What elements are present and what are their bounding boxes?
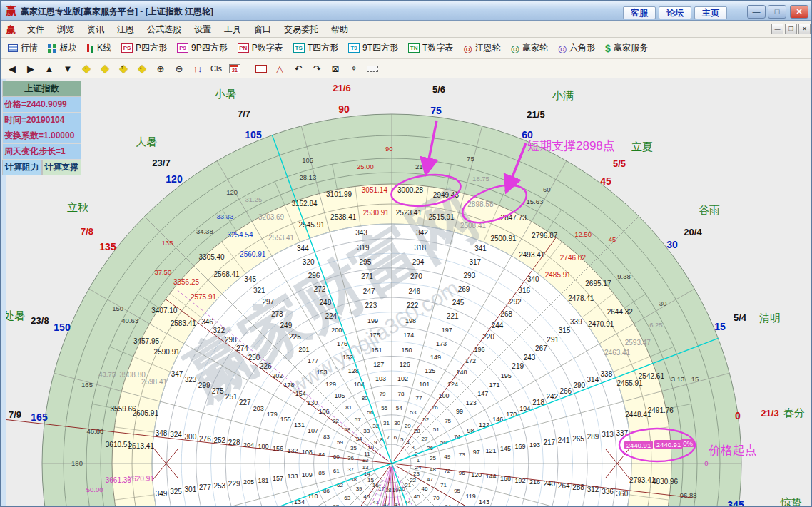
nav-right-icon[interactable]: ▶ — [25, 63, 36, 74]
svg-text:126: 126 — [400, 361, 410, 368]
svg-text:25: 25 — [430, 455, 436, 461]
svg-text:103: 103 — [375, 375, 386, 382]
menu-item-工具[interactable]: 工具 — [218, 21, 248, 38]
svg-text:2644.32: 2644.32 — [607, 308, 634, 316]
svg-text:25.00: 25.00 — [357, 163, 374, 170]
svg-text:146: 146 — [492, 416, 503, 423]
triangle-tool-icon[interactable]: △ — [274, 63, 285, 74]
toolbar-button-江恩轮[interactable]: ◎江恩轮 — [463, 42, 500, 54]
target-icon[interactable]: ⌖ — [348, 63, 360, 74]
menu-item-交易委托[interactable]: 交易委托 — [278, 21, 325, 38]
customer-service-button[interactable]: 客服 — [623, 6, 656, 19]
mdi-close-button[interactable]: ✕ — [798, 24, 811, 34]
svg-text:6.25: 6.25 — [649, 321, 663, 329]
svg-text:2553.41: 2553.41 — [268, 234, 295, 242]
svg-text:176: 176 — [337, 340, 347, 347]
svg-text:289: 289 — [587, 433, 599, 441]
calc-support-button[interactable]: 计算支撑 — [42, 160, 82, 175]
mdi-minimize-button[interactable]: — — [771, 24, 783, 34]
close-button[interactable]: ✕ — [790, 5, 808, 19]
forum-button[interactable]: 论坛 — [659, 6, 691, 19]
toolbar-button-赢家服务[interactable]: $赢家服务 — [605, 42, 648, 54]
app-logo-icon: 赢 — [6, 4, 16, 18]
svg-text:54: 54 — [396, 405, 402, 411]
nav-down-icon[interactable]: ▼ — [62, 63, 73, 74]
svg-text:73: 73 — [459, 451, 465, 458]
toolbar-button-9T四方形[interactable]: T99T四方形 — [348, 42, 398, 54]
step-right-icon[interactable]: ◆→ — [99, 62, 111, 75]
panel-rows: 价格=2440.9099时间=20190104变换系数=1.00000周天变化步… — [2, 97, 81, 160]
menu-item-文件[interactable]: 文件 — [21, 21, 51, 38]
flip-vertical-icon[interactable]: ↑↓ — [192, 63, 203, 74]
toolbar-button-行情[interactable]: 行情 — [8, 42, 38, 54]
mdi-restore-button[interactable]: ❐ — [785, 24, 797, 34]
svg-text:35: 35 — [350, 445, 357, 451]
svg-text:342: 342 — [416, 229, 428, 237]
svg-text:清明: 清明 — [759, 312, 781, 324]
menu-item-江恩[interactable]: 江恩 — [111, 21, 141, 38]
calc-resistance-button[interactable]: 计算阻力 — [2, 160, 42, 175]
svg-text:121: 121 — [486, 447, 497, 454]
svg-text:3101.99: 3101.99 — [326, 190, 352, 198]
minimize-button[interactable]: — — [747, 5, 766, 19]
screen-tool-icon[interactable] — [367, 66, 378, 72]
svg-text:45: 45 — [414, 493, 420, 500]
zoom-in-icon[interactable]: ⊕ — [155, 63, 166, 74]
svg-text:9.38: 9.38 — [617, 272, 631, 280]
toolbar-button-P数字表[interactable]: PNP数字表 — [238, 42, 283, 54]
calendar-icon[interactable]: 21 — [229, 64, 240, 73]
toolbar-button-赢家轮[interactable]: ◎赢家轮 — [511, 42, 548, 54]
box-x-icon[interactable]: ⊠ — [330, 63, 341, 74]
svg-text:124: 124 — [447, 381, 458, 388]
homepage-button[interactable]: 主页 — [694, 6, 727, 19]
svg-text:2746.02: 2746.02 — [560, 254, 587, 262]
svg-text:11: 11 — [364, 451, 370, 457]
step-up-icon[interactable]: ◆↑ — [118, 62, 129, 75]
rotate-cw-icon[interactable]: ↷ — [311, 63, 323, 74]
menu-item-帮助[interactable]: 帮助 — [325, 21, 355, 38]
svg-text:谷雨: 谷雨 — [699, 204, 720, 216]
svg-text:123: 123 — [466, 399, 477, 406]
gann-wheel-svg[interactable]: 赢家财富网www.yingjia360.com12345678910111213… — [1, 79, 812, 507]
svg-text:7/7: 7/7 — [238, 108, 250, 119]
toolbar-button-板块[interactable]: 板块 — [48, 42, 77, 54]
svg-text:2500.91: 2500.91 — [490, 235, 517, 242]
svg-text:154: 154 — [295, 390, 306, 397]
cls-button[interactable]: Cls — [210, 64, 222, 73]
svg-text:90: 90 — [385, 145, 393, 153]
toolbar-button-P四方形[interactable]: PSP四方形 — [121, 42, 167, 54]
zoom-out-icon[interactable]: ⊖ — [173, 63, 185, 74]
menu-item-浏览[interactable]: 浏览 — [51, 21, 81, 38]
svg-text:95: 95 — [454, 488, 460, 494]
svg-text:2440.91: 2440.91 — [626, 441, 651, 449]
maximize-button[interactable]: □ — [768, 5, 786, 19]
svg-text:267: 267 — [535, 344, 547, 352]
rect-tool-icon[interactable] — [255, 65, 267, 73]
step-down-icon[interactable]: ◆↓ — [136, 62, 148, 75]
menu-item-窗口[interactable]: 窗口 — [248, 21, 278, 38]
svg-text:270: 270 — [410, 272, 422, 280]
svg-text:27: 27 — [421, 436, 427, 442]
nav-up-icon[interactable]: ▲ — [44, 63, 55, 74]
support-note: 短期支撑2898点 — [527, 139, 615, 153]
nav-left-icon[interactable]: ◀ — [6, 63, 18, 74]
toolbar-button-六角形[interactable]: ◎六角形 — [558, 42, 595, 54]
menu-item-公式选股[interactable]: 公式选股 — [141, 21, 188, 38]
svg-text:347: 347 — [171, 370, 183, 378]
svg-text:169: 169 — [514, 443, 525, 450]
svg-text:85: 85 — [318, 470, 325, 476]
step-left-icon[interactable]: ◆← — [81, 62, 92, 75]
toolbar-button-K线[interactable]: K线 — [87, 42, 111, 54]
grid-icon — [8, 44, 18, 52]
svg-text:165: 165 — [31, 411, 48, 423]
svg-text:39: 39 — [356, 486, 362, 492]
badge-T9: T9 — [348, 43, 360, 53]
rotate-ccw-icon[interactable]: ↶ — [293, 63, 304, 74]
toolbar-button-T数字表[interactable]: TNT数字表 — [408, 42, 453, 54]
menu-item-设置[interactable]: 设置 — [188, 21, 218, 38]
toolbar-button-9P四方形[interactable]: P99P四方形 — [177, 42, 228, 54]
toolbar-button-T四方形[interactable]: TST四方形 — [293, 42, 338, 54]
svg-text:2583.41: 2583.41 — [171, 319, 197, 327]
menu-item-资讯[interactable]: 资讯 — [81, 21, 111, 38]
svg-text:33.33: 33.33 — [216, 212, 233, 220]
